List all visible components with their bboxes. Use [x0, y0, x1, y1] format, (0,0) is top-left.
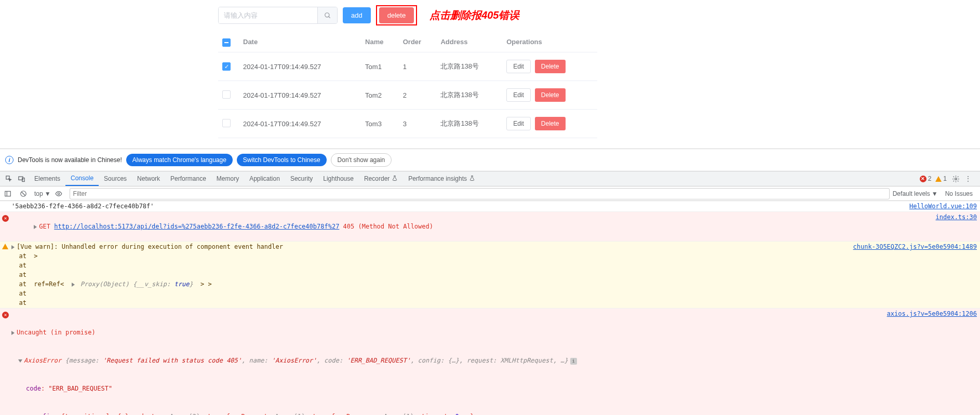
- cell-date: 2024-01-17T09:14:49.527: [239, 81, 361, 110]
- row-delete-button[interactable]: Delete: [535, 117, 566, 130]
- tab-application[interactable]: Application: [244, 171, 285, 186]
- svg-line-9: [22, 192, 25, 195]
- warning-count-badge[interactable]: 1: [935, 175, 947, 182]
- svg-point-0: [325, 12, 329, 17]
- error-count: 2: [928, 175, 932, 182]
- flask-icon: [392, 175, 398, 183]
- expand-arrow-icon[interactable]: [11, 331, 15, 335]
- request-url-link[interactable]: http://localhost:5173/api/del?ids=%275ae…: [54, 223, 339, 230]
- col-order: Order: [399, 32, 437, 52]
- search-input[interactable]: [219, 7, 317, 23]
- inspect-icon[interactable]: [4, 174, 14, 183]
- tab-sources[interactable]: Sources: [99, 171, 132, 186]
- cell-name: Tom2: [361, 81, 399, 110]
- tab-performance[interactable]: Performance: [165, 171, 211, 186]
- source-link[interactable]: index.ts:30: [931, 212, 977, 222]
- tab-elements[interactable]: Elements: [29, 171, 65, 186]
- info-badge-icon[interactable]: i: [570, 358, 577, 365]
- http-status: 405 (Method Not Allowed): [343, 223, 433, 230]
- expand-arrow-icon[interactable]: [18, 359, 22, 363]
- edit-button[interactable]: Edit: [506, 117, 531, 130]
- log-error-line: ✕ GET http://localhost:5173/api/del?ids=…: [0, 212, 980, 242]
- col-date: Date: [239, 32, 361, 52]
- console-filter-input[interactable]: [70, 188, 890, 199]
- clear-console-icon[interactable]: [19, 189, 28, 198]
- log-warn-line: [Vue warn]: Unhandled error during execu…: [0, 242, 980, 309]
- http-method: GET: [39, 223, 50, 230]
- log-levels-selector[interactable]: Default levels ▼: [893, 190, 938, 197]
- kebab-menu-icon[interactable]: ⋮: [963, 174, 973, 183]
- table-row: 2024-01-17T09:14:49.527Tom22北京路138号EditD…: [218, 81, 597, 110]
- cell-order: 1: [399, 52, 437, 81]
- col-operations: Operations: [502, 32, 597, 52]
- error-count-badge[interactable]: ✕2: [920, 175, 932, 182]
- expand-arrow-icon[interactable]: [34, 225, 37, 229]
- search-button[interactable]: [317, 7, 337, 23]
- cell-name: Tom1: [361, 52, 399, 81]
- issues-status[interactable]: No Issues: [945, 190, 973, 197]
- source-link[interactable]: chunk-3O5EQZC2.js?v=5e0e5904:1489: [848, 242, 977, 251]
- error-icon: ✕: [2, 312, 9, 318]
- col-name: Name: [361, 32, 399, 52]
- cell-order: 3: [399, 110, 437, 138]
- cell-address: 北京路138号: [436, 110, 502, 138]
- console-body: '5aebb236-f2fe-4366-a8d2-c7fece40b78f' H…: [0, 201, 980, 415]
- svg-point-10: [58, 193, 60, 195]
- row-delete-button[interactable]: Delete: [535, 88, 566, 102]
- cell-order: 2: [399, 81, 437, 110]
- device-toggle-icon[interactable]: [17, 174, 26, 183]
- warning-icon: [2, 244, 8, 249]
- flask-icon: [469, 175, 475, 183]
- tab-console[interactable]: Console: [65, 171, 99, 186]
- log-line: '5aebb236-f2fe-4366-a8d2-c7fece40b78f' H…: [0, 201, 980, 212]
- tab-memory[interactable]: Memory: [211, 171, 244, 186]
- expand-arrow-icon[interactable]: [72, 283, 75, 287]
- console-controls: top ▼ Default levels ▼ No Issues: [0, 186, 980, 201]
- tab-performance-insights[interactable]: Performance insights: [403, 171, 480, 186]
- svg-line-1: [328, 16, 330, 18]
- row-checkbox[interactable]: [222, 90, 231, 99]
- devtools-tabs: ElementsConsoleSourcesNetworkPerformance…: [0, 171, 980, 186]
- edit-button[interactable]: Edit: [506, 60, 531, 73]
- toolbar: add delete 点击删除报405错误: [218, 5, 980, 25]
- dont-show-again-button[interactable]: Don't show again: [331, 153, 392, 167]
- match-language-button[interactable]: Always match Chrome's language: [126, 154, 233, 166]
- svg-point-5: [955, 178, 957, 180]
- tab-recorder[interactable]: Recorder: [359, 171, 403, 186]
- cell-address: 北京路138号: [436, 52, 502, 81]
- delete-highlight-box: delete: [376, 5, 417, 25]
- source-link[interactable]: HelloWorld.vue:109: [904, 202, 977, 211]
- banner-text: DevTools is now available in Chinese!: [18, 156, 122, 164]
- cell-address: 北京路138号: [436, 81, 502, 110]
- expand-arrow-icon[interactable]: [11, 245, 15, 249]
- error-icon: ✕: [2, 215, 9, 222]
- tab-security[interactable]: Security: [285, 171, 318, 186]
- row-checkbox[interactable]: ✓: [222, 62, 231, 71]
- edit-button[interactable]: Edit: [506, 88, 531, 102]
- col-address: Address: [436, 32, 502, 52]
- search-box: [218, 7, 338, 24]
- live-expression-icon[interactable]: [54, 189, 63, 198]
- log-text: '5aebb236-f2fe-4366-a8d2-c7fece40b78f': [11, 202, 904, 211]
- cell-name: Tom3: [361, 110, 399, 138]
- settings-gear-icon[interactable]: [951, 174, 960, 183]
- info-icon: i: [5, 156, 14, 164]
- tab-network[interactable]: Network: [132, 171, 165, 186]
- cell-date: 2024-01-17T09:14:49.527: [239, 110, 361, 138]
- devtools-language-banner: i DevTools is now available in Chinese! …: [0, 149, 980, 171]
- add-button[interactable]: add: [343, 7, 371, 23]
- row-delete-button[interactable]: Delete: [535, 60, 566, 73]
- select-all-checkbox[interactable]: [222, 38, 231, 47]
- log-error-line: ✕ Uncaught (in promise) AxiosError {mess…: [0, 309, 980, 415]
- annotation-text: 点击删除报405错误: [429, 8, 519, 22]
- switch-chinese-button[interactable]: Switch DevTools to Chinese: [237, 154, 327, 166]
- source-link[interactable]: axios.js?v=5e0e5904:1206: [882, 309, 977, 318]
- delete-button[interactable]: delete: [379, 7, 414, 23]
- tab-lighthouse[interactable]: Lighthouse: [318, 171, 359, 186]
- row-checkbox[interactable]: [222, 119, 231, 127]
- table-row: 2024-01-17T09:14:49.527Tom33北京路138号EditD…: [218, 110, 597, 138]
- context-selector[interactable]: top ▼: [34, 190, 51, 197]
- log-text: Uncaught (in promise): [17, 329, 96, 336]
- sidebar-toggle-icon[interactable]: [3, 189, 12, 198]
- svg-rect-6: [5, 191, 11, 196]
